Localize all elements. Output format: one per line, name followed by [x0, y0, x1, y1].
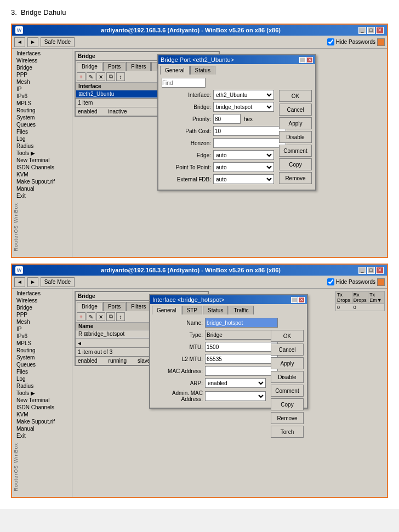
bridge-tab-filters-2[interactable]: Filters [126, 302, 151, 311]
sort-button-1[interactable]: ↕ [116, 72, 125, 81]
dialog-tab-traffic-2[interactable]: Traffic [229, 306, 253, 314]
copy-button-2[interactable]: ⧉ [106, 312, 115, 321]
minimize-button-2[interactable]: _ [358, 267, 366, 274]
ok-button-1[interactable]: OK [279, 90, 312, 102]
mtu-input-2[interactable] [205, 342, 278, 352]
sidebar-item-kvm-2[interactable]: KVM [12, 411, 72, 418]
sidebar-item-ip-2[interactable]: IP [12, 325, 72, 333]
sidebar-item-interfaces-1[interactable]: Interfaces [12, 50, 72, 57]
sidebar-item-queues-2[interactable]: Queues [12, 361, 72, 368]
bridge-tab-ports-2[interactable]: Ports [103, 302, 126, 311]
sidebar-item-make-supout-1[interactable]: Make Supout.rif [12, 178, 72, 185]
copy-button-dialog-2[interactable]: Copy [271, 398, 304, 410]
interface-select-1[interactable]: eth2_Ubuntu [213, 90, 274, 100]
back-button-1[interactable]: ◄ [14, 37, 25, 47]
sidebar-item-wireless-2[interactable]: Wireless [12, 297, 72, 304]
comment-button-2[interactable]: Comment [271, 385, 304, 397]
dialog-close-1[interactable]: ✕ [306, 57, 313, 63]
bridge-tab-filters-1[interactable]: Filters [126, 62, 151, 71]
cancel-button-2[interactable]: Cancel [271, 344, 304, 356]
close-button-1[interactable]: ✕ [376, 27, 384, 34]
bridge-select-1[interactable]: bridge_hotspot [213, 102, 274, 112]
hide-passwords-checkbox-2[interactable] [327, 278, 334, 285]
bridge-tab-bridge-1[interactable]: Bridge [77, 62, 102, 71]
sidebar-item-mpls-1[interactable]: MPLS [12, 100, 72, 107]
sidebar-item-system-2[interactable]: System [12, 354, 72, 361]
disable-button-1[interactable]: Disable [279, 131, 312, 143]
arp-select-2[interactable]: enabled [205, 378, 266, 388]
dialog-tab-status-1[interactable]: Status [190, 66, 215, 75]
delete-button-2[interactable]: ✕ [96, 312, 105, 321]
dialog-tab-status-2[interactable]: Status [203, 306, 228, 314]
back-button-2[interactable]: ◄ [14, 277, 25, 287]
sidebar-item-ip-1[interactable]: IP [12, 85, 72, 93]
sidebar-item-exit-1[interactable]: Exit [12, 192, 72, 199]
priority-input-1[interactable] [213, 114, 241, 124]
sidebar-item-isdn-1[interactable]: ISDN Channels [12, 164, 72, 171]
sidebar-item-bridge-2[interactable]: Bridge [12, 304, 72, 311]
sidebar-item-routing-1[interactable]: Routing [12, 107, 72, 114]
sidebar-item-new-terminal-2[interactable]: New Terminal [12, 397, 72, 404]
bridge-tab-bridge-2[interactable]: Bridge [77, 302, 102, 311]
safe-mode-button-2[interactable]: Safe Mode [41, 277, 75, 287]
remove-button-1[interactable]: Remove [279, 172, 312, 184]
path-cost-input-1[interactable] [213, 126, 286, 136]
l2mtu-input-2[interactable] [205, 354, 278, 364]
close-button-2[interactable]: ✕ [376, 267, 384, 274]
horizon-input-1[interactable] [213, 138, 286, 148]
edge-select-1[interactable]: auto [213, 150, 274, 160]
sidebar-item-files-1[interactable]: Files [12, 128, 72, 135]
find-input-1[interactable] [162, 78, 206, 88]
maximize-button-1[interactable]: □ [367, 27, 375, 34]
safe-mode-button-1[interactable]: Safe Mode [41, 37, 75, 47]
sidebar-item-log-1[interactable]: Log [12, 135, 72, 142]
forward-button-2[interactable]: ► [27, 277, 38, 287]
sidebar-item-system-1[interactable]: System [12, 114, 72, 121]
edit-button-1[interactable]: ✎ [87, 72, 95, 81]
bridge-tab-ports-1[interactable]: Ports [103, 62, 126, 71]
sidebar-item-radius-1[interactable]: Radius [12, 142, 72, 150]
sidebar-item-mesh-1[interactable]: Mesh [12, 78, 72, 85]
disable-button-2[interactable]: Disable [271, 371, 304, 383]
add-button-1[interactable]: + [77, 72, 86, 81]
sidebar-item-queues-1[interactable]: Queues [12, 121, 72, 128]
edit-button-2[interactable]: ✎ [87, 312, 95, 321]
sidebar-item-manual-2[interactable]: Manual [12, 425, 72, 432]
sidebar-item-kvm-1[interactable]: KVM [12, 171, 72, 178]
sidebar-item-ppp-1[interactable]: PPP [12, 71, 72, 78]
minimize-button-1[interactable]: _ [358, 27, 366, 34]
dialog-tab-general-1[interactable]: General [160, 66, 190, 75]
ok-button-2[interactable]: OK [271, 330, 304, 342]
sidebar-item-manual-1[interactable]: Manual [12, 185, 72, 192]
copy-button-dialog-1[interactable]: Copy [279, 158, 312, 170]
fdb-select-1[interactable]: auto [213, 174, 274, 184]
dialog-minimize-2[interactable]: _ [291, 297, 298, 303]
sidebar-item-bridge-1[interactable]: Bridge [12, 64, 72, 71]
mac-input-2[interactable] [205, 366, 278, 376]
sidebar-item-ipv6-1[interactable]: IPv6 [12, 93, 72, 100]
sidebar-item-ppp-2[interactable]: PPP [12, 311, 72, 318]
maximize-button-2[interactable]: □ [367, 267, 375, 274]
ptp-select-1[interactable]: auto [213, 162, 274, 172]
sidebar-item-tools-1[interactable]: Tools ▶ [12, 150, 72, 157]
sidebar-item-mpls-2[interactable]: MPLS [12, 340, 72, 347]
sidebar-item-make-supout-2[interactable]: Make Supout.rif [12, 418, 72, 425]
sidebar-item-ipv6-2[interactable]: IPv6 [12, 333, 72, 340]
sidebar-item-tools-2[interactable]: Tools ▶ [12, 390, 72, 397]
sort-button-2[interactable]: ↕ [116, 312, 125, 321]
sidebar-item-isdn-2[interactable]: ISDN Channels [12, 404, 72, 411]
dialog-close-2[interactable]: ✕ [298, 297, 305, 303]
sidebar-item-log-2[interactable]: Log [12, 375, 72, 382]
remove-button-2[interactable]: Remove [271, 412, 304, 424]
dialog-tab-general-2[interactable]: General [152, 306, 181, 314]
delete-button-1[interactable]: ✕ [96, 72, 105, 81]
dialog-minimize-1[interactable]: _ [299, 57, 306, 63]
sidebar-item-exit-2[interactable]: Exit [12, 432, 72, 439]
sidebar-item-interfaces-2[interactable]: Interfaces [12, 290, 72, 297]
add-button-2[interactable]: + [77, 312, 86, 321]
copy-button-1[interactable]: ⧉ [106, 72, 115, 81]
apply-button-2[interactable]: Apply [271, 357, 304, 369]
comment-button-1[interactable]: Comment [279, 145, 312, 157]
name-input-2[interactable] [205, 318, 278, 328]
sidebar-item-new-terminal-1[interactable]: New Terminal [12, 157, 72, 164]
